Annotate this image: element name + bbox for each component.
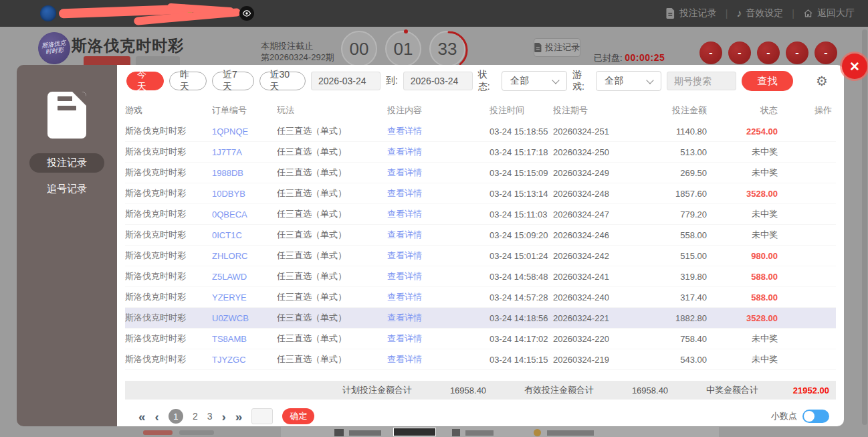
page-number[interactable]: 2 [193,411,198,422]
topbar-sound-settings[interactable]: ♪ 音效设定 [736,7,783,19]
cell-content[interactable]: 查看详情 [387,125,490,137]
cell-content[interactable]: 查看详情 [387,312,490,324]
search-button[interactable]: 查找 [742,71,793,91]
header-bet-records-button[interactable]: 投注记录 [534,38,580,57]
filter-yesterday[interactable]: 昨天 [169,72,207,90]
cell-order[interactable]: 10DBYB [212,189,277,199]
cell-order[interactable]: 0QBECA [212,209,277,220]
cell-game: 斯洛伐克时时彩 [125,208,212,220]
cell-content[interactable]: 查看详情 [387,187,490,199]
game-logo: 斯洛伐克 时时彩 [36,30,72,66]
cell-time: 03-24 14:58:48 [490,272,553,282]
cell-order[interactable]: 0ICT1C [212,230,277,240]
column-header: 投注期号 [553,104,651,116]
cell-content[interactable]: 查看详情 [387,250,490,262]
confirm-button[interactable]: 确定 [282,408,314,424]
prev-page-button[interactable]: ‹ [155,410,159,423]
cell-content[interactable]: 查看详情 [387,146,490,158]
filter-last7days[interactable]: 近7天 [212,72,254,90]
cell-content[interactable]: 查看详情 [387,270,490,282]
cell-order[interactable]: TJYZGC [212,355,277,365]
cell-game: 斯洛伐克时时彩 [125,146,212,158]
cell-order[interactable]: U0ZWCB [212,313,277,323]
cell-order[interactable]: 1988DB [212,168,277,178]
cell-play: 任三直选（单式） [277,208,387,220]
table-row: 斯洛伐克时时彩1QPNQE任三直选（单式）查看详情03-24 15:18:552… [125,121,836,142]
close-button[interactable]: ✕ [842,54,867,79]
cell-order[interactable]: 1J7T7A [212,147,277,157]
table-row: 斯洛伐克时时彩0QBECA任三直选（单式）查看详情03-24 15:11:032… [125,204,836,225]
cell-status: 未中奖 [717,229,788,241]
cell-status: 未中奖 [717,167,788,179]
period-search-input[interactable] [667,72,736,90]
chevron-down-icon [552,76,559,84]
topbar-bet-records[interactable]: 投注记录 [666,7,717,19]
result-ball: - [815,41,837,64]
cell-play: 任三直选（单式） [277,291,387,303]
table-row: 斯洛伐克时时彩TJYZGC任三直选（单式）查看详情03-24 14:15:152… [125,349,836,370]
sidebar-item-chase-records[interactable]: 追号记录 [47,183,87,195]
page-number[interactable]: 3 [207,411,213,422]
user-avatar-icon[interactable] [40,5,56,21]
bet-records-modal: 今天 昨天 近7天 近30天 到: 状态: 全部 游戏: 全部 查找 ⚙ 游戏订… [117,65,844,426]
cell-status: 588.00 [717,292,788,302]
cell-play: 任三直选（单式） [277,353,387,365]
cell-period: 20260324-249 [553,168,651,178]
divider: | [792,8,794,19]
cell-play: 任三直选（单式） [277,333,387,345]
cell-order[interactable]: TS8AMB [212,334,277,344]
topbar: ⟳ 投注记录 | ♪ 音效设定 | 返回大厅 [0,0,868,27]
table-row: 斯洛伐克时时彩1J7T7A任三直选（单式）查看详情03-24 15:17:182… [125,142,836,163]
table-row: 斯洛伐克时时彩YZERYE任三直选（单式）查看详情03-24 14:57:282… [125,287,836,308]
cell-content[interactable]: 查看详情 [387,353,490,365]
cell-content[interactable]: 查看详情 [387,229,490,241]
filter-last30days[interactable]: 近30天 [259,72,306,90]
cell-content[interactable]: 查看详情 [387,333,490,345]
cell-order[interactable]: YZERYE [212,292,277,302]
scrollbar[interactable] [862,29,867,425]
column-header: 投注内容 [387,104,490,116]
music-note-icon: ♪ [736,7,742,19]
cell-content[interactable]: 查看详情 [387,208,490,220]
cell-order[interactable]: ZHLORC [212,251,277,261]
sidebar-item-bet-records[interactable]: 投注记录 [29,153,104,173]
cell-game: 斯洛伐克时时彩 [125,312,212,324]
filter-bar: 今天 昨天 近7天 近30天 到: 状态: 全部 游戏: 全部 查找 ⚙ [126,70,835,92]
page-number[interactable]: 1 [169,409,183,424]
topbar-return-lobby[interactable]: 返回大厅 [803,7,855,19]
period-text: 第20260324-292期 [261,52,334,63]
eye-icon[interactable] [239,6,254,21]
game-select[interactable]: 全部 [596,71,661,91]
countdown-hours: 00 [341,31,377,67]
date-from-input[interactable] [311,72,381,90]
cell-time: 03-24 15:15:09 [490,168,553,178]
cell-order[interactable]: Z5LAWD [212,272,277,282]
table-row: 斯洛伐克时时彩Z5LAWD任三直选（单式）查看详情03-24 14:58:482… [125,266,836,287]
gear-icon[interactable]: ⚙ [816,73,828,89]
cell-amount: 1882.80 [651,313,717,323]
decimal-toggle[interactable] [802,410,829,423]
next-page-button[interactable]: › [222,410,226,423]
cell-order[interactable]: 1QPNQE [212,126,277,137]
cell-content[interactable]: 查看详情 [387,167,490,179]
page-jump-input[interactable] [251,408,273,424]
result-ball: - [757,41,780,64]
cell-game: 斯洛伐克时时彩 [125,291,212,303]
cell-amount: 558.00 [651,230,717,240]
first-page-button[interactable]: « [138,410,146,423]
table-row: 斯洛伐克时时彩ZHLORC任三直选（单式）查看详情03-24 15:01:242… [125,246,836,266]
valid-total-label: 有效投注金额合计 [524,384,594,396]
countdown-seconds: 33 [429,31,465,67]
game-label: 游戏: [572,69,590,93]
status-select[interactable]: 全部 [502,71,567,91]
date-to-input[interactable] [403,72,473,90]
cell-status: 588.00 [717,272,788,282]
column-header: 订单编号 [212,104,277,116]
cell-amount: 513.00 [651,147,717,157]
cell-status: 未中奖 [717,353,788,365]
cell-content[interactable]: 查看详情 [387,291,490,303]
filter-today[interactable]: 今天 [126,72,164,90]
last-page-button[interactable]: » [235,410,243,423]
page-numbers: 123 [169,409,213,424]
table-row: 斯洛伐克时时彩10DBYB任三直选（单式）查看详情03-24 15:13:142… [125,183,836,204]
